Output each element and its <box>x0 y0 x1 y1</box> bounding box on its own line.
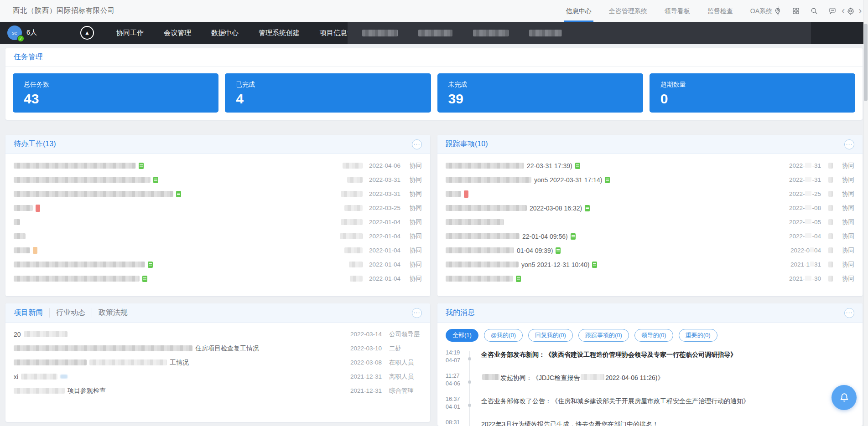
todo-row[interactable]: 2022-01-04 协同 <box>14 272 422 286</box>
location-icon[interactable] <box>773 6 782 15</box>
message-item[interactable]: 11:2704-06 发起协同：《JDJC检查报告2022-04-06 11:2… <box>446 372 854 388</box>
redacted-title <box>446 262 519 267</box>
card-completed[interactable]: 已完成 4 <box>225 73 431 113</box>
news-row[interactable]: 20 2022-03-14 公司领导层 <box>14 327 422 341</box>
card-uncompleted[interactable]: 未完成 39 <box>437 73 643 113</box>
card-total-tasks[interactable]: 总任务数 43 <box>13 73 218 113</box>
track-row[interactable]: 01-04 09:39) 2022-004 协同 <box>446 243 854 257</box>
card-overdue[interactable]: 超期数量 0 <box>650 73 855 113</box>
message-item[interactable]: 16:3704-01 全咨业务部修改了公告：《住房和城乡建设部关于开展房屋市政工… <box>446 395 854 411</box>
message-item[interactable]: 08:3104-01 2022年3月行为绩效报告已生成，快去查看您在部门中的排名… <box>446 419 854 426</box>
nav-item-system-builder[interactable]: 管理系统创建 <box>259 29 300 37</box>
track-row[interactable]: 2022--05 协同 <box>446 215 854 229</box>
track-row[interactable]: 22-01-04 09:56) 2022--04 协同 <box>446 229 854 243</box>
todo-row[interactable]: 2022-03-31 协同 <box>14 173 422 187</box>
chat-icon[interactable] <box>828 6 837 15</box>
document-badge-icon <box>605 177 610 183</box>
track-row[interactable]: yon5 2022-03-31 17:14) 2022--31 协同 <box>446 173 854 187</box>
track-row[interactable]: 22-03-31 17:39) 2022--31 协同 <box>446 159 854 173</box>
redacted-title <box>446 219 504 225</box>
tab-policies[interactable]: 政策法规 <box>92 308 134 318</box>
filter-tracked[interactable]: 跟踪事项的(0) <box>578 329 629 342</box>
news-panel: 项目新闻 行业动态 政策法规 ··· 20 2022-03-14 公司领导层 住… <box>5 303 430 422</box>
document-badge-icon <box>139 163 144 169</box>
todo-row[interactable]: 2022-01-04 协同 <box>14 229 422 243</box>
warning-badge-icon <box>33 247 37 254</box>
news-row[interactable]: 住房项目检查复工情况 2022-03-10 二处 <box>14 341 422 355</box>
news-row[interactable]: 项目参观检查 2021-12-31 综合管理 <box>14 384 422 398</box>
redacted-nav-tab[interactable] <box>529 30 562 36</box>
todo-row[interactable]: 2022-03-31 协同 <box>14 187 422 201</box>
filter-important[interactable]: 重要的(0) <box>679 329 717 342</box>
settings-gear-icon[interactable] <box>846 6 855 15</box>
messages-panel-title: 我的消息 <box>446 308 475 318</box>
online-check-icon: ✓ <box>17 35 24 42</box>
nav-item-collaboration[interactable]: 协同工作 <box>116 29 144 37</box>
document-badge-icon <box>142 276 147 282</box>
notifications-bell-button[interactable] <box>832 385 857 410</box>
track-row[interactable]: 2021--30 协同 <box>446 272 854 286</box>
redacted-title <box>446 177 531 183</box>
redacted-name <box>828 191 833 197</box>
track-row[interactable]: yon5 2021-12-31 10:40) 2021-131 协同 <box>446 257 854 272</box>
page-scrollbar[interactable] <box>863 0 868 426</box>
filter-replies[interactable]: 回复我的(0) <box>528 329 573 342</box>
todo-row[interactable]: 2022-01-04 协同 <box>14 215 422 229</box>
todo-row[interactable]: 2022-03-25 协同 <box>14 201 422 215</box>
todo-row[interactable]: 2022-01-04 协同 <box>14 243 422 257</box>
message-item[interactable]: 14:1904-07 全咨业务部发布新闻：《陕西省建设工程造价管理协会领导及专家… <box>446 349 854 364</box>
more-options-icon[interactable]: ··· <box>844 308 854 318</box>
tab-project-news[interactable]: 项目新闻 <box>14 308 49 318</box>
redacted-title <box>14 191 173 197</box>
timeline-dot <box>468 357 471 360</box>
nav-item-data-center[interactable]: 数据中心 <box>211 29 239 37</box>
tab-oa-system[interactable]: OA系统 <box>750 0 772 22</box>
redacted-date-part <box>805 276 811 281</box>
more-options-icon[interactable]: ··· <box>844 139 854 149</box>
tab-info-center[interactable]: 信息中心 <box>566 0 592 22</box>
todo-row[interactable]: 2022-01-04 协同 <box>14 257 422 272</box>
filter-at-me[interactable]: @我的(0) <box>484 329 523 342</box>
document-badge-icon <box>176 191 181 197</box>
task-panel-title: 任务管理 <box>14 52 43 62</box>
tab-supervision[interactable]: 监督检查 <box>707 0 733 22</box>
document-badge-icon <box>153 177 158 183</box>
redacted-date-part <box>805 205 811 210</box>
user-avatar[interactable]: se ✓ <box>7 26 23 41</box>
document-badge-icon <box>592 262 597 268</box>
app-logo[interactable]: ▲ <box>80 26 94 40</box>
document-badge-icon <box>556 247 561 254</box>
todo-panel: 待办工作(13) ··· 2022-04-06 协同 2022-03-31 协同… <box>5 135 430 296</box>
track-row[interactable]: 2022--25 协同 <box>446 187 854 201</box>
redacted-date-part <box>805 163 811 168</box>
news-row[interactable]: 工情况 2022-03-08 在职人员 <box>14 355 422 370</box>
redacted-title <box>14 262 145 267</box>
tab-leader-board[interactable]: 领导看板 <box>665 0 690 22</box>
logo-triangle-icon: ▲ <box>81 27 93 39</box>
nav-scroll-right-icon[interactable]: › <box>858 5 862 16</box>
redacted-nav-tab[interactable] <box>418 30 452 36</box>
scrollbar-thumb[interactable] <box>864 24 868 101</box>
todo-row[interactable]: 2022-04-06 协同 <box>14 159 422 173</box>
nav-scroll-left-icon[interactable]: ‹ <box>842 5 845 16</box>
redacted-name <box>347 177 363 183</box>
filter-all[interactable]: 全部(1) <box>446 329 478 342</box>
search-icon[interactable] <box>810 6 819 15</box>
redacted-nav-tab[interactable] <box>362 30 398 36</box>
redacted-nav-tab[interactable] <box>473 30 509 36</box>
track-row[interactable]: 2022-03-08 16:32) 2022--08 协同 <box>446 201 854 215</box>
top-bar: 西北（陕西）国际招标有限公司 信息中心 全咨管理系统 领导看板 监督检查 OA系… <box>0 0 868 22</box>
news-tabs: 项目新闻 行业动态 政策法规 <box>14 308 134 318</box>
more-options-icon[interactable]: ··· <box>412 139 422 149</box>
tab-consulting-system[interactable]: 全咨管理系统 <box>609 0 647 22</box>
news-row[interactable]: xi 2021-12-31 离职人员 <box>14 370 422 384</box>
more-options-icon[interactable]: ··· <box>412 308 422 318</box>
filter-leaders[interactable]: 领导的(0) <box>634 329 673 342</box>
nav-item-meetings[interactable]: 会议管理 <box>164 29 191 37</box>
redacted-date-part <box>805 219 811 224</box>
redacted-mark <box>60 375 68 379</box>
tab-industry-trends[interactable]: 行业动态 <box>49 308 92 318</box>
redacted-name <box>341 191 363 197</box>
redacted-name <box>828 205 833 211</box>
apps-grid-icon[interactable] <box>791 6 800 15</box>
